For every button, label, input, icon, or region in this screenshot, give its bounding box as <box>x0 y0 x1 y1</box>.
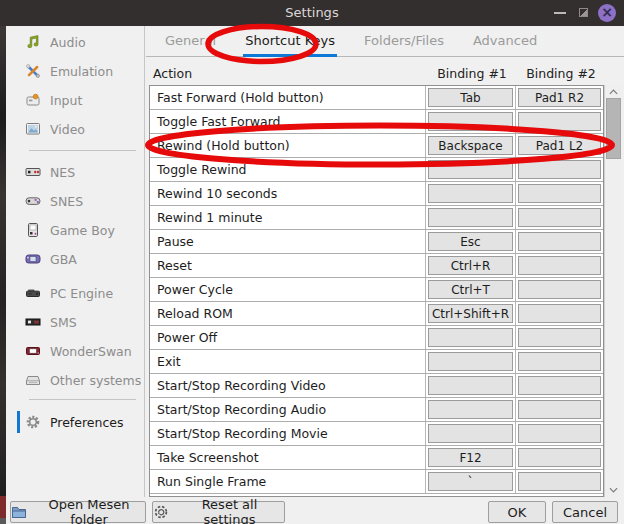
action-cell: Rewind (Hold button) <box>150 134 426 157</box>
sidebar-item-input[interactable]: Input <box>6 91 145 109</box>
sidebar-item-preferences[interactable]: Preferences <box>6 413 145 431</box>
binding2-cell <box>516 182 603 205</box>
sidebar-item-sms[interactable]: SMS <box>6 313 145 331</box>
sidebar-item-pc-engine[interactable]: PC Engine <box>6 284 145 302</box>
ok-button[interactable]: OK <box>488 501 546 523</box>
sidebar-item-game-boy[interactable]: Game Boy <box>6 221 145 239</box>
sidebar-item-nes[interactable]: NES <box>6 163 145 181</box>
scrollbar-thumb[interactable] <box>606 98 621 159</box>
minimize-button[interactable] <box>554 12 566 14</box>
maximize-button[interactable] <box>579 8 588 17</box>
binding1-cell <box>426 182 516 205</box>
binding1-cell <box>426 158 516 181</box>
table-row: Pause Esc <box>150 230 603 254</box>
sidebar-divider <box>29 399 136 400</box>
binding1-button[interactable] <box>428 160 513 179</box>
gear-icon <box>25 414 41 430</box>
sidebar-item-label: PC Engine <box>50 286 113 301</box>
sidebar-item-video[interactable]: Video <box>6 120 145 138</box>
sidebar-divider <box>29 150 136 151</box>
binding1-button[interactable] <box>428 184 513 203</box>
binding2-button[interactable] <box>518 112 601 131</box>
action-cell: Toggle Fast Forward <box>150 110 426 133</box>
binding1-button[interactable] <box>428 424 513 443</box>
binding2-button[interactable] <box>518 160 601 179</box>
binding1-button[interactable] <box>428 352 513 371</box>
binding2-button[interactable] <box>518 232 601 251</box>
binding2-button[interactable] <box>518 472 601 491</box>
binding2-button[interactable] <box>518 400 601 419</box>
binding1-button[interactable] <box>428 376 513 395</box>
tab-shortcut-keys[interactable]: Shortcut Keys <box>243 26 337 57</box>
binding2-button[interactable] <box>518 376 601 395</box>
table-row: Reset Ctrl+R <box>150 254 603 278</box>
binding1-cell: Ctrl+Shift+R <box>426 302 516 325</box>
action-cell: Run Single Frame <box>150 470 426 493</box>
binding2-button[interactable] <box>518 448 601 467</box>
binding2-button[interactable] <box>518 304 601 323</box>
reset-all-settings-button[interactable]: Reset all settings <box>152 501 285 523</box>
binding1-button[interactable]: Ctrl+T <box>428 280 513 299</box>
binding1-button[interactable] <box>428 400 513 419</box>
action-cell: Toggle Rewind <box>150 158 426 181</box>
binding2-button[interactable] <box>518 352 601 371</box>
sidebar-item-label: Input <box>50 93 82 108</box>
sidebar-item-label: WonderSwan <box>50 344 132 359</box>
binding1-button[interactable]: Esc <box>428 232 513 251</box>
sidebar-item-wonderswan[interactable]: WonderSwan <box>6 342 145 360</box>
binding2-button[interactable] <box>518 184 601 203</box>
binding2-cell <box>516 278 603 301</box>
tab-folders-files[interactable]: Folders/Files <box>362 26 446 57</box>
sidebar-item-audio[interactable]: Audio <box>6 33 145 51</box>
close-button[interactable]: × <box>598 4 616 22</box>
sidebar-item-snes[interactable]: SNES <box>6 192 145 210</box>
sidebar-item-label: SNES <box>50 194 83 209</box>
binding2-button[interactable] <box>518 256 601 275</box>
binding1-button[interactable]: Tab <box>428 88 513 107</box>
sidebar-item-emulation[interactable]: Emulation <box>6 62 145 80</box>
binding1-cell <box>426 374 516 397</box>
vertical-scrollbar[interactable] <box>604 85 621 497</box>
binding1-button[interactable]: ` <box>428 472 513 491</box>
binding2-button[interactable]: Pad1 L2 <box>518 136 601 155</box>
binding1-cell: Backspace <box>426 134 516 157</box>
tab-advanced[interactable]: Advanced <box>471 26 539 57</box>
binding2-button[interactable] <box>518 328 601 347</box>
binding2-button[interactable] <box>518 424 601 443</box>
binding2-button[interactable]: Pad1 R2 <box>518 88 601 107</box>
sidebar-item-other-systems[interactable]: Other systems <box>6 371 145 389</box>
binding2-button[interactable] <box>518 208 601 227</box>
binding1-button[interactable]: Ctrl+R <box>428 256 513 275</box>
binding2-button[interactable] <box>518 280 601 299</box>
binding2-cell <box>516 230 603 253</box>
chevron-down-icon[interactable] <box>606 484 621 496</box>
binding1-button[interactable] <box>428 208 513 227</box>
binding2-cell <box>516 422 603 445</box>
binding1-button[interactable]: F12 <box>428 448 513 467</box>
table-row: Start/Stop Recording Audio <box>150 398 603 422</box>
binding1-button[interactable] <box>428 112 513 131</box>
action-cell: Fast Forward (Hold button) <box>150 86 426 109</box>
binding2-cell <box>516 398 603 421</box>
sidebar-item-label: Audio <box>50 35 86 50</box>
binding1-cell: Esc <box>426 230 516 253</box>
binding1-button[interactable]: Ctrl+Shift+R <box>428 304 513 323</box>
tab-general[interactable]: General <box>163 26 218 57</box>
chevron-up-icon[interactable] <box>606 86 621 98</box>
music-note-icon <box>25 34 41 50</box>
open-mesen-folder-button[interactable]: Open Mesen folder <box>10 501 146 523</box>
table-row: Take Screenshot F12 <box>150 446 603 470</box>
cancel-button[interactable]: Cancel <box>552 501 618 523</box>
binding2-cell: Pad1 L2 <box>516 134 603 157</box>
action-cell: Reload ROM <box>150 302 426 325</box>
binding1-cell <box>426 206 516 229</box>
binding1-cell: Tab <box>426 86 516 109</box>
binding1-cell <box>426 110 516 133</box>
sidebar-item-gba[interactable]: GBA <box>6 250 145 268</box>
binding1-button[interactable] <box>428 328 513 347</box>
sidebar-item-label: GBA <box>50 252 77 267</box>
binding1-button[interactable]: Backspace <box>428 136 513 155</box>
nes-controller-icon <box>25 164 41 180</box>
action-cell: Start/Stop Recording Video <box>150 374 426 397</box>
table-row: Power Cycle Ctrl+T <box>150 278 603 302</box>
